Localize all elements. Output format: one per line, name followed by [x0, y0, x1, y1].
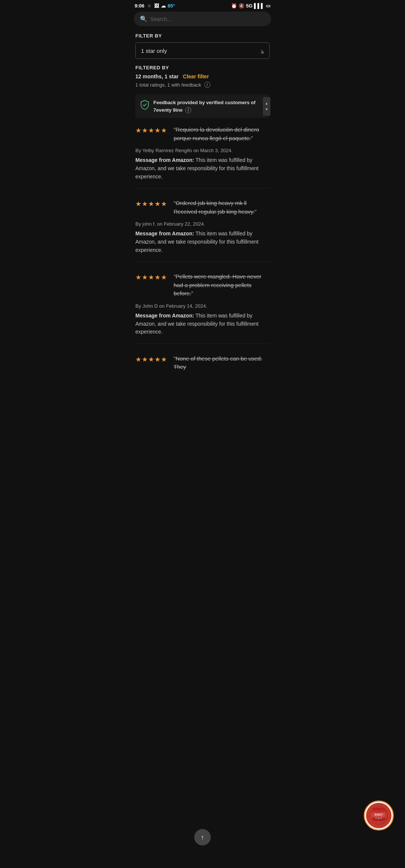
review-header: ★ ★ ★ ★ ★ "Pellets were mangled. Have ne… — [135, 272, 270, 300]
amazon-label: Message from Amazon: — [135, 313, 194, 319]
review-message: Message from Amazon: This item was fulfi… — [135, 230, 270, 254]
star-1: ★ — [135, 355, 141, 364]
review-quote: "Pellets were mangled. Have never had a … — [174, 272, 270, 298]
amazon-label: Message from Amazon: — [135, 157, 194, 163]
filter-dropdown-selected: 1 star only — [141, 48, 167, 54]
star-5: ★ — [161, 126, 167, 135]
star-rating: ★ ★ ★ ★ ★ — [135, 355, 167, 364]
media-icon-2: 🖼 — [154, 3, 159, 9]
main-content: FILTER BY 1 star only ⦥ FILTERED BY 12 m… — [129, 29, 276, 398]
close-quote: " — [251, 135, 253, 141]
ratings-text: 1 total ratings, 1 with feedback — [135, 82, 201, 88]
star-3: ★ — [148, 355, 154, 364]
review-quote: "Ordered jsb king heavy mk ll Received r… — [174, 199, 270, 216]
review-text: None of these pellets can be used. They — [174, 355, 262, 370]
verified-info-icon[interactable]: i — [185, 107, 191, 113]
verified-text: Feedback provided by verified customers … — [153, 99, 265, 114]
filter-by-heading: FILTER BY — [135, 33, 270, 39]
star-1: ★ — [135, 126, 141, 135]
star-4: ★ — [154, 355, 160, 364]
ratings-info: 1 total ratings, 1 with feedback i — [135, 82, 270, 88]
clear-filter-button[interactable]: Clear filter — [183, 73, 209, 79]
review-body: "Ordered jsb king heavy mk ll Received r… — [171, 199, 270, 218]
star-rating: ★ ★ ★ ★ ★ — [135, 200, 167, 208]
cloud-icon: ☁ — [161, 3, 166, 9]
review-item: ★ ★ ★ ★ ★ "Pellets were mangled. Have ne… — [135, 272, 270, 344]
active-filter-text: 12 months, 1 star — [135, 73, 178, 79]
review-item: ★ ★ ★ ★ ★ "Ordered jsb king heavy mk ll … — [135, 199, 270, 262]
verified-section: Feedback provided by verified customers … — [135, 94, 270, 118]
shield-icon — [140, 100, 150, 113]
scroll-handle[interactable]: ▲ ▼ — [263, 97, 270, 116]
review-item: ★ ★ ★ ★ ★ "Requiero la devolución del di… — [135, 126, 270, 189]
review-author: By john f. on February 22, 2024. — [135, 221, 270, 227]
star-5: ★ — [161, 355, 167, 364]
battery-icon: ▭ — [266, 3, 270, 9]
review-author: By John D on February 14, 2024. — [135, 303, 270, 309]
star-3: ★ — [148, 273, 154, 281]
star-3: ★ — [148, 126, 154, 135]
mute-icon: 🔇 — [238, 3, 244, 9]
star-2: ★ — [142, 126, 148, 135]
amazon-label: Message from Amazon: — [135, 230, 194, 236]
star-rating: ★ ★ ★ ★ ★ — [135, 126, 167, 135]
time: 9:06 — [135, 3, 144, 9]
star-4: ★ — [154, 126, 160, 135]
signal-icon: ▌▌▌ — [254, 3, 264, 9]
star-4: ★ — [154, 200, 160, 208]
review-body: "None of these pellets can be used. They — [171, 355, 270, 374]
alarm-icon: ⏰ — [231, 3, 237, 9]
temperature: 85° — [168, 3, 175, 9]
review-text: Pellets were mangled. Have never had a p… — [174, 273, 261, 296]
review-header: ★ ★ ★ ★ ★ "None of these pellets can be … — [135, 355, 270, 374]
review-header: ★ ★ ★ ★ ★ "Requiero la devolución del di… — [135, 126, 270, 145]
scroll-top-icon: ↑ — [201, 834, 204, 841]
reviews-list: ★ ★ ★ ★ ★ "Requiero la devolución del di… — [135, 126, 270, 384]
close-quote: " — [191, 290, 193, 296]
status-bar: 9:06 ◾ 🖼 ☁ 85° ⏰ 🔇 5G ▌▌▌ ▭ — [129, 0, 276, 10]
review-quote: "Requiero la devolución del dinero porqu… — [174, 126, 270, 142]
review-author: By Yelby Ramírez Rengifo on March 3, 202… — [135, 148, 270, 153]
media-icon-1: ◾ — [146, 3, 152, 9]
filter-dropdown[interactable]: 1 star only ⦥ — [135, 42, 270, 59]
review-item: ★ ★ ★ ★ ★ "None of these pellets can be … — [135, 355, 270, 384]
close-quote: " — [255, 208, 256, 215]
status-right: ⏰ 🔇 5G ▌▌▌ ▭ — [231, 3, 270, 9]
review-message: Message from Amazon: This item was fulfi… — [135, 156, 270, 181]
star-3: ★ — [148, 200, 154, 208]
star-4: ★ — [154, 273, 160, 281]
review-body: "Requiero la devolución del dinero porqu… — [171, 126, 270, 145]
review-body: "Pellets were mangled. Have never had a … — [171, 272, 270, 300]
scroll-up-arrow: ▲ — [265, 102, 268, 105]
scroll-down-arrow: ▼ — [265, 108, 268, 111]
ratings-info-icon[interactable]: i — [204, 82, 210, 88]
star-1: ★ — [135, 200, 141, 208]
star-2: ★ — [142, 200, 148, 208]
star-2: ★ — [142, 355, 148, 364]
chevron-down-icon: ⦥ — [261, 47, 264, 54]
filtered-by-heading: FILTERED BY — [135, 65, 270, 70]
star-rating: ★ ★ ★ ★ ★ — [135, 273, 167, 281]
review-message: Message from Amazon: This item was fulfi… — [135, 312, 270, 336]
review-header: ★ ★ ★ ★ ★ "Ordered jsb king heavy mk ll … — [135, 199, 270, 218]
review-text: Requiero la devolución del dinero porque… — [174, 126, 259, 141]
search-placeholder: Search... — [150, 16, 171, 22]
review-quote: "None of these pellets can be used. They — [174, 355, 270, 371]
review-text: Ordered jsb king heavy mk ll Received re… — [174, 200, 255, 215]
star-5: ★ — [161, 273, 167, 281]
scroll-top-button[interactable]: ↑ — [194, 829, 211, 846]
status-left: 9:06 ◾ 🖼 ☁ 85° — [135, 3, 175, 9]
search-icon: 🔍 — [140, 15, 147, 22]
search-bar[interactable]: 🔍 Search... — [134, 12, 271, 26]
star-2: ★ — [142, 273, 148, 281]
active-filter-row: 12 months, 1 star Clear filter — [135, 73, 270, 79]
network-label: 5G — [246, 3, 252, 9]
star-5: ★ — [161, 200, 167, 208]
star-1: ★ — [135, 273, 141, 281]
